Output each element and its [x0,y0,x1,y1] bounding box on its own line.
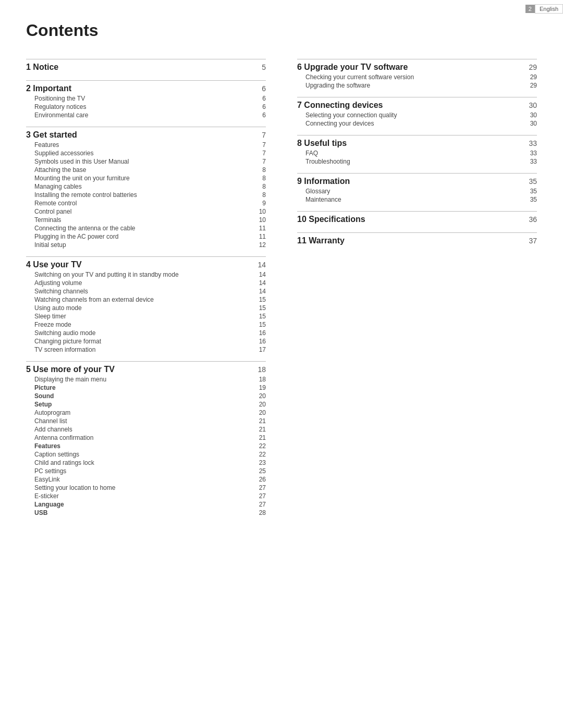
toc-item: Features22 [26,442,266,450]
toc-item-page: 30 [530,112,537,119]
section-section-6: 6 Upgrade your TV software29Checking you… [297,59,537,90]
section-heading-row: 1 Notice5 [26,61,266,73]
toc-item-label: Symbols used in this User Manual [34,158,129,165]
toc-item-label: Control panel [34,208,71,215]
toc-item: Installing the remote control batteries8 [26,191,266,199]
toc-item: Initial setup12 [26,241,266,249]
section-heading-row: 4 Use your TV14 [26,259,266,270]
toc-item-label: Initial setup [34,241,66,249]
toc-item: TV screen information17 [26,346,266,354]
toc-item-page: 8 [262,191,266,199]
toc-item: Glossary35 [297,187,537,195]
section-section-9: 9 Information35Glossary35Maintenance35 [297,173,537,204]
toc-item-label: Switching channels [34,288,88,295]
toc-item-page: 8 [262,175,266,182]
section-section-7: 7 Connecting devices30Selecting your con… [297,97,537,128]
toc-item-label: Autoprogram [34,409,70,416]
toc-item-label: Sound [34,392,54,400]
section-page-number: 33 [529,139,537,147]
toc-item: Plugging in the AC power cord11 [26,232,266,241]
section-section-2: 2 Important6Positioning the TV6Regulator… [26,80,266,119]
toc-item-page: 28 [259,509,266,516]
toc-item-label: Upgrading the software [305,82,370,89]
section-title: 8 Useful tips [297,139,347,148]
toc-item-page: 26 [259,476,266,483]
section-divider [297,211,537,212]
section-divider [297,173,537,174]
toc-item: Troubleshooting33 [297,157,537,166]
badge-language: English [535,4,563,14]
toc-item-page: 27 [259,484,266,491]
section-title: 9 Information [297,177,350,186]
section-title: 4 Use your TV [26,260,82,269]
toc-item: Sleep timer15 [26,312,266,320]
toc-item: Mounting the unit on your furniture8 [26,174,266,182]
toc-item-label: Watching channels from an external devic… [34,296,154,303]
toc-item-label: Child and ratings lock [34,459,94,466]
toc-item: Picture19 [26,384,266,392]
toc-item-page: 11 [259,225,266,232]
toc-item: Sound20 [26,392,266,400]
toc-item-label: Picture [34,384,56,391]
toc-item: Freeze mode15 [26,320,266,329]
toc-item-page: 33 [530,150,537,157]
section-divider [26,256,266,257]
toc-item: PC settings25 [26,467,266,475]
section-heading-row: 6 Upgrade your TV software29 [297,61,537,73]
toc-item-label: Mounting the unit on your furniture [34,175,130,182]
section-heading-row: 11 Warranty37 [297,235,537,246]
toc-item: E-sticker27 [26,492,266,500]
toc-item-label: Supplied accessories [34,150,93,157]
section-divider [297,97,537,97]
toc-item-page: 35 [530,196,537,203]
toc-item-label: E-sticker [34,492,59,500]
toc-item-page: 19 [259,384,266,391]
toc-item-label: Freeze mode [34,321,71,328]
section-section-10: 10 Specifications36 [297,211,537,225]
toc-item-page: 15 [259,313,266,320]
toc-item-label: TV screen information [34,346,95,353]
toc-item-label: Environmental care [34,112,88,119]
toc-item-page: 20 [259,392,266,400]
section-section-3: 3 Get started7Features7Supplied accessor… [26,127,266,249]
toc-item-page: 21 [259,417,266,425]
toc-item-label: Regulatory notices [34,103,86,110]
toc-item-label: Terminals [34,216,61,224]
section-section-5: 5 Use more of your TV18Displaying the ma… [26,361,266,517]
toc-item-page: 15 [259,304,266,312]
toc-item-page: 30 [530,120,537,127]
section-divider [26,361,266,362]
section-page-number: 30 [529,101,537,109]
toc-item-page: 10 [259,208,266,215]
toc-item-page: 7 [262,158,266,165]
toc-item: Regulatory notices6 [26,103,266,111]
section-title: 3 Get started [26,130,77,140]
section-heading-row: 7 Connecting devices30 [297,100,537,111]
section-heading-row: 5 Use more of your TV18 [26,364,266,375]
section-title: 6 Upgrade your TV software [297,63,408,72]
toc-item-label: Connecting your devices [305,120,374,127]
section-title: 2 Important [26,84,71,93]
section-divider [297,59,537,59]
toc-item: Maintenance35 [297,195,537,204]
toc-item-label: Antenna confirmation [34,434,93,441]
toc-item-label: Installing the remote control batteries [34,191,137,199]
toc-item: Autoprogram20 [26,409,266,417]
toc-item: Setting your location to home27 [26,484,266,492]
section-heading-row: 8 Useful tips33 [297,138,537,149]
section-page-number: 7 [262,131,266,139]
toc-item-page: 20 [259,409,266,416]
toc-item-label: Add channels [34,426,72,433]
toc-item-label: Language [34,501,64,508]
toc-item: USB28 [26,509,266,517]
toc-item-label: Positioning the TV [34,95,85,102]
section-page-number: 5 [262,63,266,71]
toc-item-label: Selecting your connection quality [305,112,397,119]
top-badge: 2 English [525,4,563,14]
toc-item: Checking your current software version29 [297,73,537,81]
toc-item-page: 12 [259,241,266,249]
toc-item-label: Troubleshooting [305,158,350,165]
section-title: 5 Use more of your TV [26,365,115,374]
toc-item: Managing cables8 [26,182,266,191]
toc-item: Remote control9 [26,199,266,207]
